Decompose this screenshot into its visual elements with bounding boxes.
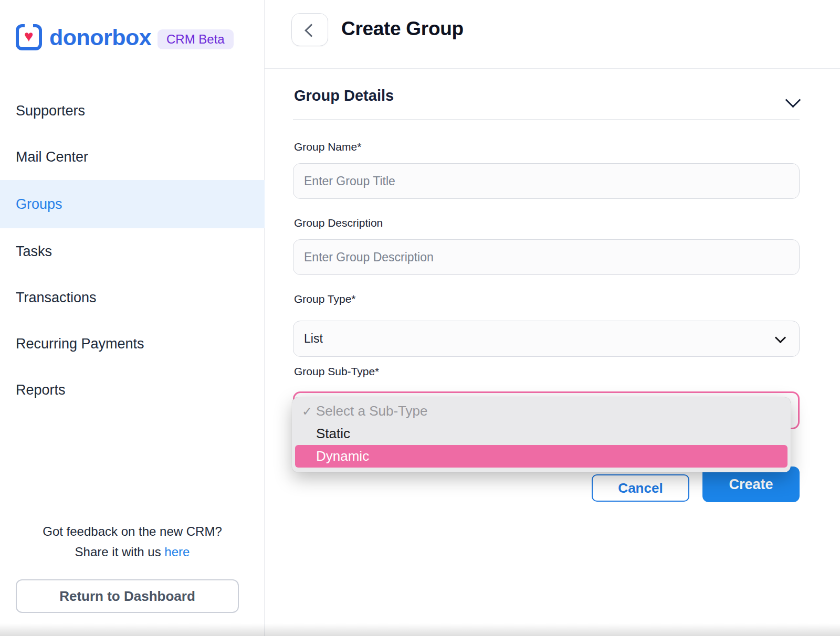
sidebar-item-groups[interactable]: Groups [0,180,265,228]
sidebar-item-reports[interactable]: Reports [0,367,265,413]
return-to-dashboard-button[interactable]: Return to Dashboard [16,579,239,613]
feedback-note: Got feedback on the new CRM? Share it wi… [0,521,265,562]
main-content: Create Group Group Details Group Name* G… [265,0,840,636]
chevron-left-icon [304,24,318,37]
brand-logo-text: donorbox [49,25,151,50]
group-description-label: Group Description [294,217,383,229]
group-name-input[interactable] [293,163,800,199]
dropdown-option-dynamic[interactable]: Dynamic [295,445,788,468]
feedback-line1: Got feedback on the new CRM? [0,521,265,542]
sidebar-item-supporters[interactable]: Supporters [0,88,265,134]
sub-type-dropdown-menu: ✓ Select a Sub-Type Static Dynamic [292,397,791,472]
page-title: Create Group [341,18,464,40]
back-button[interactable] [291,13,328,46]
heart-icon: ♥ [24,28,34,44]
group-name-label: Group Name* [294,141,361,153]
group-description-input[interactable] [293,239,800,275]
header-divider [265,68,840,69]
group-type-label: Group Type* [294,293,356,305]
group-details-section-title: Group Details [294,87,394,104]
donorbox-logo-icon: ♥ [16,24,42,50]
sidebar-item-transactions[interactable]: Transactions [0,274,265,321]
sidebar-nav: Supporters Mail Center Groups Tasks Tran… [0,88,265,413]
dropdown-option-static[interactable]: Static [292,422,791,445]
sidebar-item-tasks[interactable]: Tasks [0,228,265,274]
feedback-here-link[interactable]: here [164,545,190,559]
group-type-select[interactable]: List [293,321,800,357]
crm-beta-badge: CRM Beta [158,29,234,49]
group-type-selected-value: List [304,332,323,346]
section-divider [293,119,800,120]
sidebar-item-recurring-payments[interactable]: Recurring Payments [0,321,265,367]
sidebar: ♥ donorbox CRM Beta Supporters Mail Cent… [0,0,265,636]
section-collapse-chevron-down-icon[interactable] [785,92,801,108]
sidebar-item-mail-center[interactable]: Mail Center [0,134,265,180]
feedback-line2: Share it with us here [0,542,265,562]
brand[interactable]: ♥ donorbox [16,24,151,50]
check-icon: ✓ [302,404,312,419]
app-window: ♥ donorbox CRM Beta Supporters Mail Cent… [0,0,840,636]
cancel-button[interactable]: Cancel [592,474,689,502]
group-sub-type-label: Group Sub-Type* [294,365,379,378]
chevron-down-icon [775,332,786,343]
dropdown-option-select-a-sub-type[interactable]: ✓ Select a Sub-Type [292,400,791,422]
